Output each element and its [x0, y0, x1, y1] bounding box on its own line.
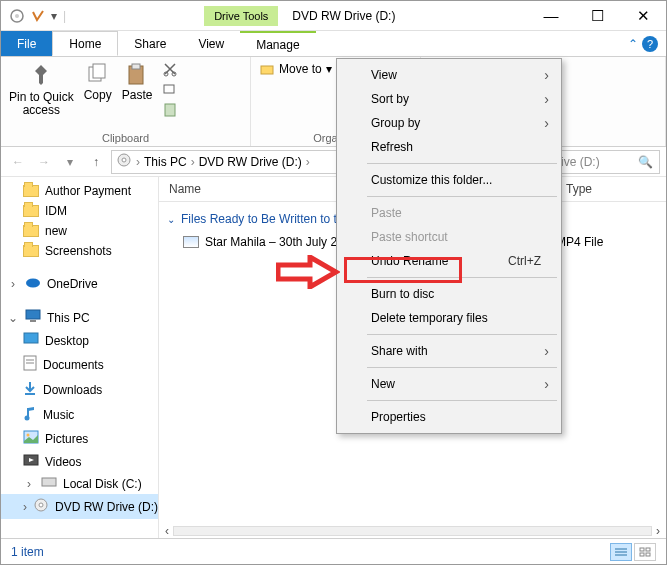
chevron-down-icon: ⌄ [167, 214, 175, 225]
svg-rect-3 [93, 64, 105, 78]
qat-dropdown-icon[interactable]: ▾ [51, 9, 57, 23]
close-button[interactable]: ✕ [620, 1, 666, 31]
window-title: DVD RW Drive (D:) [292, 9, 395, 23]
copy-path-icon[interactable] [162, 81, 178, 97]
menu-separator [367, 400, 557, 401]
nav-local-disk[interactable]: ›Local Disk (C:) [1, 473, 158, 494]
svg-rect-28 [42, 478, 56, 486]
pc-icon [25, 309, 41, 326]
svg-rect-34 [640, 548, 644, 551]
copy-button[interactable]: Copy [84, 61, 112, 102]
disk-icon [41, 476, 57, 491]
move-to-button[interactable]: Move to▾ [259, 61, 332, 77]
music-icon [23, 405, 37, 424]
paste-shortcut-icon[interactable] [162, 101, 178, 117]
item-count: 1 item [11, 545, 44, 559]
chevron-right-icon: › [136, 155, 140, 169]
view-large-icons-button[interactable] [634, 543, 656, 561]
search-icon: 🔍 [638, 155, 653, 169]
nav-documents[interactable]: Documents [1, 352, 158, 377]
nav-back-button[interactable]: ← [7, 150, 29, 174]
navigation-pane[interactable]: Author Payment IDM new Screenshots ›OneD… [1, 177, 159, 538]
documents-icon [23, 355, 37, 374]
cm-sort-by[interactable]: Sort by [339, 87, 559, 111]
cm-properties[interactable]: Properties [339, 405, 559, 429]
cm-refresh[interactable]: Refresh [339, 135, 559, 159]
downloads-icon [23, 380, 37, 399]
menu-separator [367, 196, 557, 197]
search-box[interactable]: rive (D:) 🔍 [550, 150, 660, 174]
svg-rect-10 [261, 66, 273, 74]
qat-properties-icon[interactable] [31, 9, 45, 23]
breadcrumb-drive[interactable]: DVD RW Drive (D:) [199, 155, 302, 169]
chevron-up-icon: ⌃ [628, 37, 638, 51]
dvd-icon [33, 497, 49, 516]
ribbon-tabs: File Home Share View Manage ⌃ ? [1, 31, 666, 57]
cut-icon[interactable] [162, 61, 178, 77]
nav-videos[interactable]: Videos [1, 450, 158, 473]
minimize-button[interactable]: — [528, 1, 574, 31]
desktop-icon [23, 332, 39, 349]
chevron-right-icon: › [306, 155, 310, 169]
svg-rect-35 [646, 548, 650, 551]
nav-this-pc[interactable]: ⌄This PC [1, 306, 158, 329]
ribbon-help[interactable]: ⌃ ? [620, 31, 666, 56]
nav-downloads[interactable]: Downloads [1, 377, 158, 402]
nav-desktop[interactable]: Desktop [1, 329, 158, 352]
horizontal-scrollbar[interactable]: ‹› [159, 524, 666, 538]
cm-group-by[interactable]: Group by [339, 111, 559, 135]
svg-point-26 [27, 434, 30, 437]
title-bar: ▾ | Drive Tools DVD RW Drive (D:) — ☐ ✕ [1, 1, 666, 31]
folder-icon [23, 225, 39, 237]
svg-rect-37 [646, 553, 650, 556]
menu-separator [367, 163, 557, 164]
paste-button[interactable]: Paste [122, 61, 153, 102]
svg-point-30 [39, 503, 43, 507]
cm-share-with[interactable]: Share with [339, 339, 559, 363]
cm-customize-folder[interactable]: Customize this folder... [339, 168, 559, 192]
nav-music[interactable]: Music [1, 402, 158, 427]
tab-manage[interactable]: Manage [240, 31, 315, 56]
cm-delete-temp-files[interactable]: Delete temporary files [339, 306, 559, 330]
status-bar: 1 item [1, 538, 666, 564]
tab-share[interactable]: Share [118, 31, 182, 56]
nav-up-button[interactable]: ↑ [85, 150, 107, 174]
nav-folder[interactable]: Author Payment [1, 181, 158, 201]
help-icon: ? [642, 36, 658, 52]
nav-folder[interactable]: Screenshots [1, 241, 158, 261]
menu-separator [367, 367, 557, 368]
nav-forward-button[interactable]: → [33, 150, 55, 174]
svg-rect-18 [30, 320, 36, 322]
tab-view[interactable]: View [182, 31, 240, 56]
contextual-tab-drive-tools[interactable]: Drive Tools [204, 6, 278, 26]
cm-view[interactable]: View [339, 63, 559, 87]
column-type[interactable]: Type [556, 177, 666, 201]
cm-paste-shortcut: Paste shortcut [339, 225, 559, 249]
cm-burn-to-disc[interactable]: Burn to disc [339, 282, 559, 306]
cm-undo-rename[interactable]: Undo RenameCtrl+Z [339, 249, 559, 273]
svg-rect-17 [26, 310, 40, 319]
videos-icon [23, 453, 39, 470]
pin-to-quick-access-button[interactable]: Pin to Quick access [9, 61, 74, 117]
quick-access-toolbar: ▾ | [1, 8, 74, 24]
ribbon-group-clipboard: Clipboard [9, 132, 242, 144]
nav-folder[interactable]: new [1, 221, 158, 241]
nav-onedrive[interactable]: ›OneDrive [1, 273, 158, 294]
svg-rect-9 [165, 104, 175, 116]
svg-rect-8 [164, 85, 174, 93]
nav-recent-button[interactable]: ▾ [59, 150, 81, 174]
nav-dvd-drive[interactable]: ›DVD RW Drive (D:) [1, 494, 158, 519]
nav-pictures[interactable]: Pictures [1, 427, 158, 450]
cm-new[interactable]: New [339, 372, 559, 396]
address-bar-row: ← → ▾ ↑ › This PC › DVD RW Drive (D:) › … [1, 147, 666, 177]
nav-folder[interactable]: IDM [1, 201, 158, 221]
tab-file[interactable]: File [1, 31, 52, 56]
breadcrumb-this-pc[interactable]: This PC [144, 155, 187, 169]
app-icon [9, 8, 25, 24]
qat-separator: | [63, 9, 66, 23]
tab-home[interactable]: Home [52, 31, 118, 56]
maximize-button[interactable]: ☐ [574, 1, 620, 31]
view-details-button[interactable] [610, 543, 632, 561]
onedrive-icon [25, 276, 41, 291]
svg-point-24 [25, 416, 30, 421]
